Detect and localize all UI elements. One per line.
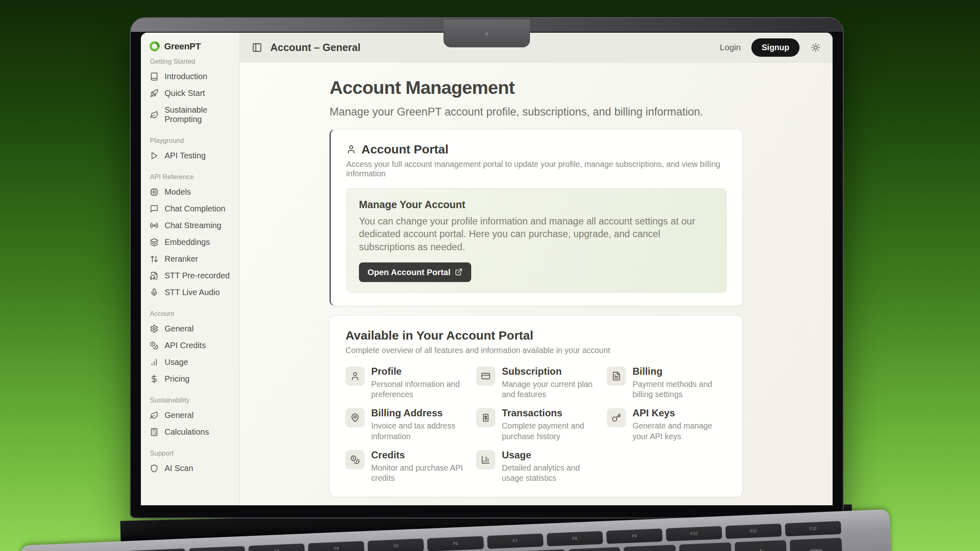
user-icon	[346, 144, 356, 154]
feature-profile: ProfilePersonal information and preferen…	[345, 365, 466, 400]
sidebar-section-label: Playground	[150, 137, 230, 144]
keyboard-key: _ -	[679, 542, 732, 551]
keyboard-key: F1	[129, 549, 186, 551]
signup-button[interactable]: Signup	[751, 38, 800, 57]
keyboard-key: F4	[308, 541, 364, 551]
brand-name: GreenPT	[164, 41, 201, 52]
sidebar-item-account-pricing[interactable]: Pricing	[147, 371, 234, 387]
sidebar-item-sustainability-calculations[interactable]: Calculations	[147, 424, 234, 440]
feature-billing: BillingPayment methods and billing setti…	[607, 365, 727, 400]
sidebar-item-api-reference-chat-completion[interactable]: Chat Completion	[147, 200, 234, 217]
keyboard-key: F6	[427, 536, 483, 551]
features-card-subtitle: Complete overview of all features and in…	[345, 346, 727, 355]
feature-icon-tile	[607, 408, 626, 427]
sidebar-item-api-reference-stt-pre-recorded[interactable]: STT Pre-recorded	[147, 267, 234, 284]
sidebar-item-getting-started-introduction[interactable]: Introduction	[147, 68, 234, 85]
sidebar-section-label: Sustainability	[150, 396, 230, 404]
file-text-icon	[612, 371, 621, 381]
play-icon	[150, 151, 158, 160]
dollar-icon	[150, 375, 158, 383]
sidebar-item-getting-started-quick-start[interactable]: Quick Start	[147, 85, 234, 102]
book-icon	[150, 72, 158, 81]
greenpt-ring-icon	[149, 41, 160, 52]
sidebar-section-label: Getting Started	[150, 58, 230, 65]
manage-account-title: Manage Your Account	[359, 199, 714, 211]
feature-icon-tile	[345, 408, 365, 427]
account-portal-card-description: Access your full account management port…	[346, 160, 727, 178]
sidebar-nav: Getting StartedIntroductionQuick StartSu…	[147, 58, 234, 477]
page-subtitle: Manage your GreenPT account profile, sub…	[330, 106, 743, 118]
message-icon	[150, 204, 158, 213]
coins-icon	[350, 455, 360, 464]
open-account-portal-button[interactable]: Open Account Portal	[359, 262, 471, 282]
account-portal-card-title: Account Portal	[361, 142, 448, 156]
feature-title: Credits	[371, 449, 466, 461]
sidebar-toggle-button[interactable]	[252, 42, 262, 53]
account-portal-card: Account Portal Access your full account …	[330, 129, 743, 306]
theme-toggle-button[interactable]	[811, 43, 820, 52]
sidebar-item-label: Embeddings	[165, 238, 210, 247]
feature-title: Transactions	[502, 407, 596, 419]
brand-logo[interactable]: GreenPT	[147, 39, 234, 53]
feature-text: BillingPayment methods and billing setti…	[633, 365, 727, 400]
account-portal-card-header: Account Portal	[346, 142, 727, 156]
sidebar-section-label: API Reference	[150, 173, 230, 181]
sidebar-item-api-reference-embeddings[interactable]: Embeddings	[147, 234, 234, 251]
page-title: Account Management	[330, 77, 743, 98]
sidebar: GreenPT Getting StartedIntroductionQuick…	[141, 33, 240, 505]
sidebar-item-api-reference-models[interactable]: Models	[147, 184, 234, 200]
sidebar-item-support-ai-scan[interactable]: AI Scan	[147, 460, 234, 477]
manage-account-body: You can change your profile information …	[359, 215, 714, 253]
feature-description: Complete payment and purchase history	[502, 421, 596, 442]
sidebar-item-account-general[interactable]: General	[147, 320, 234, 337]
feature-text: CreditsMonitor and purchase API credits	[371, 449, 466, 484]
feature-text: Billing AddressInvoice and tax address i…	[371, 407, 466, 442]
sidebar-item-sustainability-general[interactable]: General	[147, 407, 234, 424]
feature-icon-tile	[476, 367, 495, 386]
sidebar-item-account-api-credits[interactable]: API Credits	[147, 337, 234, 354]
sidebar-section-api-reference: API ReferenceModelsChat CompletionChat S…	[147, 173, 234, 301]
sidebar-item-playground-api-testing[interactable]: API Testing	[147, 147, 234, 164]
calculator-icon	[150, 428, 158, 436]
receipt-icon	[481, 413, 490, 422]
feature-description: Generate and manage your API keys	[633, 421, 727, 442]
leaf-icon	[150, 411, 158, 420]
content-column: Account Management Manage your GreenPT a…	[330, 62, 743, 505]
cpu-icon	[150, 188, 158, 196]
browser-viewport: GreenPT Getting StartedIntroductionQuick…	[141, 33, 833, 505]
feature-title: Subscription	[502, 366, 596, 377]
leaf-icon	[150, 111, 158, 119]
keyboard-key: F10	[666, 526, 722, 542]
sidebar-section-support: SupportAI Scan	[147, 449, 234, 477]
sidebar-item-label: Sustainable Prompting	[165, 105, 230, 124]
sidebar-item-label: STT Pre-recorded	[165, 271, 230, 280]
laptop-screen: GreenPT Getting StartedIntroductionQuick…	[130, 17, 844, 518]
sidebar-item-api-reference-chat-streaming[interactable]: Chat Streaming	[147, 217, 234, 234]
user-icon	[350, 371, 360, 381]
chart-column-icon	[481, 455, 490, 464]
sidebar-item-label: API Credits	[165, 341, 206, 350]
sidebar-item-getting-started-sustainable-prompting[interactable]: Sustainable Prompting	[147, 102, 234, 128]
keyboard-key: F9	[606, 529, 662, 544]
sidebar-item-account-usage[interactable]: Usage	[147, 354, 234, 371]
sidebar-item-api-reference-reranker[interactable]: Reranker	[147, 251, 234, 267]
file-audio-icon	[150, 271, 158, 280]
feature-description: Invoice and tax address information	[371, 421, 466, 442]
sidebar-item-label: AI Scan	[165, 464, 193, 473]
feature-text: ProfilePersonal information and preferen…	[371, 365, 466, 400]
sidebar-item-label: Models	[165, 187, 191, 197]
feature-text: TransactionsComplete payment and purchas…	[502, 407, 596, 442]
sidebar-item-api-reference-stt-live-audio[interactable]: STT Live Audio	[147, 284, 234, 301]
gear-icon	[150, 324, 158, 333]
coins-icon	[150, 341, 158, 350]
layers-icon	[150, 238, 158, 247]
sidebar-item-label: General	[165, 411, 194, 420]
sidebar-item-label: Introduction	[165, 72, 207, 81]
login-link[interactable]: Login	[720, 42, 741, 52]
keyboard-key: + =	[735, 540, 787, 551]
feature-billing-address: Billing AddressInvoice and tax address i…	[345, 407, 466, 442]
feature-description: Payment methods and billing settings	[633, 379, 727, 400]
sidebar-item-label: Calculations	[165, 427, 209, 437]
feature-subscription: SubscriptionManage your current plan and…	[476, 365, 596, 400]
keyboard-key: ) 0	[624, 544, 677, 551]
